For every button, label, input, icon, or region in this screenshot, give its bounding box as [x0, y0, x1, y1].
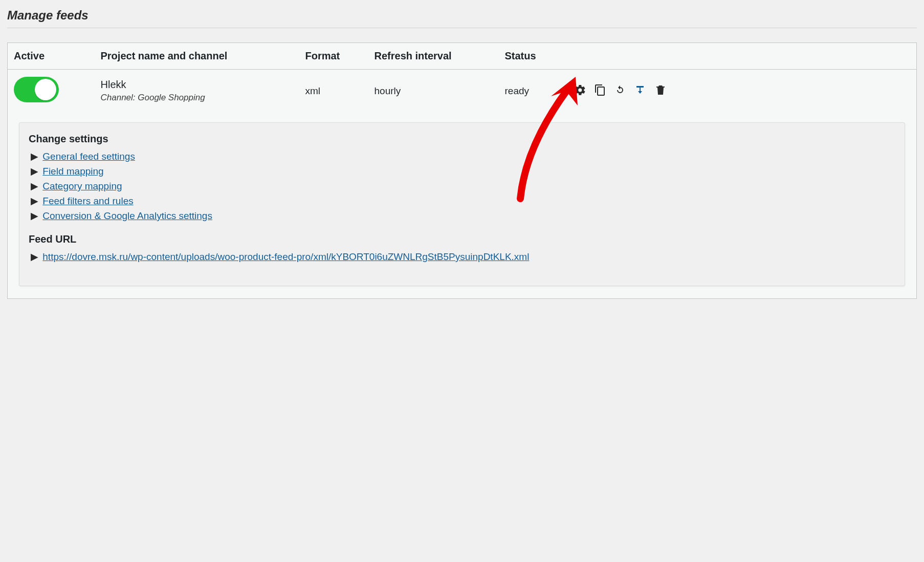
feed-row: Hlekk Channel: Google Shopping xml hourl…: [8, 70, 917, 113]
feed-refresh: hourly: [368, 70, 499, 113]
feed-url-link[interactable]: https://dovre.msk.ru/wp-content/uploads/…: [42, 251, 529, 262]
settings-item: ▶ Field mapping: [29, 164, 895, 179]
link-general-feed-settings[interactable]: General feed settings: [42, 151, 135, 162]
triangle-right-icon: ▶: [29, 165, 40, 177]
active-toggle[interactable]: [14, 77, 59, 102]
col-header-status: Status: [499, 43, 565, 70]
settings-heading: Change settings: [29, 133, 895, 145]
link-conversion-analytics[interactable]: Conversion & Google Analytics settings: [42, 210, 212, 221]
settings-item: ▶ Feed filters and rules: [29, 193, 895, 208]
toggle-knob: [35, 79, 56, 100]
link-feed-filters-rules[interactable]: Feed filters and rules: [42, 196, 133, 206]
trash-icon[interactable]: [653, 83, 668, 97]
col-header-project: Project name and channel: [95, 43, 299, 70]
feed-url-heading: Feed URL: [29, 233, 895, 245]
col-header-actions: [565, 43, 917, 70]
settings-item: ▶ Conversion & Google Analytics settings: [29, 208, 895, 223]
feed-format: xml: [299, 70, 368, 113]
triangle-right-icon: ▶: [29, 210, 40, 222]
feed-name: Hlekk: [101, 79, 293, 91]
feed-channel: Channel: Google Shopping: [101, 93, 293, 103]
page-title: Manage feeds: [7, 5, 917, 28]
download-icon[interactable]: [633, 83, 647, 97]
col-header-refresh: Refresh interval: [368, 43, 499, 70]
settings-item: ▶ Category mapping: [29, 179, 895, 193]
col-header-format: Format: [299, 43, 368, 70]
triangle-right-icon: ▶: [29, 180, 40, 192]
triangle-right-icon: ▶: [29, 195, 40, 207]
feed-status: ready: [499, 70, 565, 113]
feeds-table: Active Project name and channel Format R…: [7, 42, 917, 299]
triangle-right-icon: ▶: [29, 150, 40, 162]
triangle-right-icon: ▶: [29, 251, 40, 263]
settings-panel: Change settings ▶ General feed settings …: [19, 122, 905, 286]
settings-item: ▶ General feed settings: [29, 149, 895, 164]
link-category-mapping[interactable]: Category mapping: [42, 181, 122, 191]
feed-url-item: ▶ https://dovre.msk.ru/wp-content/upload…: [29, 249, 895, 264]
link-field-mapping[interactable]: Field mapping: [42, 166, 103, 177]
copy-icon[interactable]: [593, 83, 607, 97]
refresh-icon[interactable]: [613, 83, 627, 97]
col-header-active: Active: [8, 43, 95, 70]
gear-icon[interactable]: [573, 83, 587, 97]
